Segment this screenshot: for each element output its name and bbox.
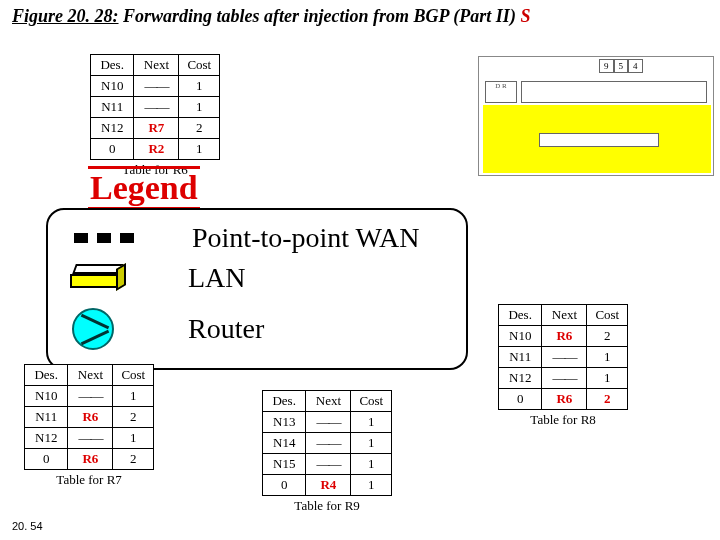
table-row: 0R21 bbox=[91, 139, 220, 160]
figure-caption: Forwarding tables after injection from B… bbox=[119, 6, 521, 26]
legend-label: Point-to-point WAN bbox=[192, 222, 419, 254]
table-caption: Table for R8 bbox=[498, 412, 628, 428]
router-icon bbox=[72, 308, 114, 350]
table-row: N12——1 bbox=[499, 368, 628, 389]
table-row: 0R41 bbox=[263, 475, 392, 496]
figure-title: Figure 20. 28: Forwarding tables after i… bbox=[12, 6, 530, 27]
col-cost: Cost bbox=[179, 55, 220, 76]
table-row: 0R62 bbox=[499, 389, 628, 410]
col-des: Des. bbox=[91, 55, 134, 76]
table-row: N12——1 bbox=[25, 428, 154, 449]
table-caption: Table for R7 bbox=[24, 472, 154, 488]
table-row: N11——1 bbox=[499, 347, 628, 368]
ptp-icon bbox=[74, 229, 134, 247]
legend-row-router: Router bbox=[72, 308, 264, 350]
lan-icon bbox=[70, 264, 126, 292]
table-caption: Table for R9 bbox=[262, 498, 392, 514]
legend-title: Legend bbox=[88, 166, 200, 210]
table-row: N13——1 bbox=[263, 412, 392, 433]
table-r9: Des.NextCost N13——1 N14——1 N15——1 0R41 T… bbox=[262, 390, 392, 514]
overlay-graphic: 954 D R bbox=[478, 56, 714, 176]
table-row: N10——1 bbox=[25, 386, 154, 407]
table-row: N11——1 bbox=[91, 97, 220, 118]
table-row: N11R62 bbox=[25, 407, 154, 428]
table-row: N15——1 bbox=[263, 454, 392, 475]
table-r8: Des.NextCost N10R62 N11——1 N12——1 0R62 T… bbox=[498, 304, 628, 428]
table-row: N10R62 bbox=[499, 326, 628, 347]
figure-number: Figure 20. 28: bbox=[12, 6, 119, 26]
table-row: N14——1 bbox=[263, 433, 392, 454]
legend-row-ptp: Point-to-point WAN bbox=[74, 222, 419, 254]
legend-label: Router bbox=[188, 313, 264, 345]
legend-label: LAN bbox=[188, 262, 246, 294]
col-next: Next bbox=[134, 55, 179, 76]
table-row: N12R72 bbox=[91, 118, 220, 139]
page-number: 20. 54 bbox=[12, 520, 43, 532]
table-row: 0R62 bbox=[25, 449, 154, 470]
table-row: N10——1 bbox=[91, 76, 220, 97]
figure-suffix: S bbox=[520, 6, 530, 26]
table-r6: Des.NextCost N10——1 N11——1 N12R72 0R21 T… bbox=[90, 54, 220, 178]
legend-row-lan: LAN bbox=[70, 262, 246, 294]
table-r7: Des.NextCost N10——1 N11R62 N12——1 0R62 T… bbox=[24, 364, 154, 488]
